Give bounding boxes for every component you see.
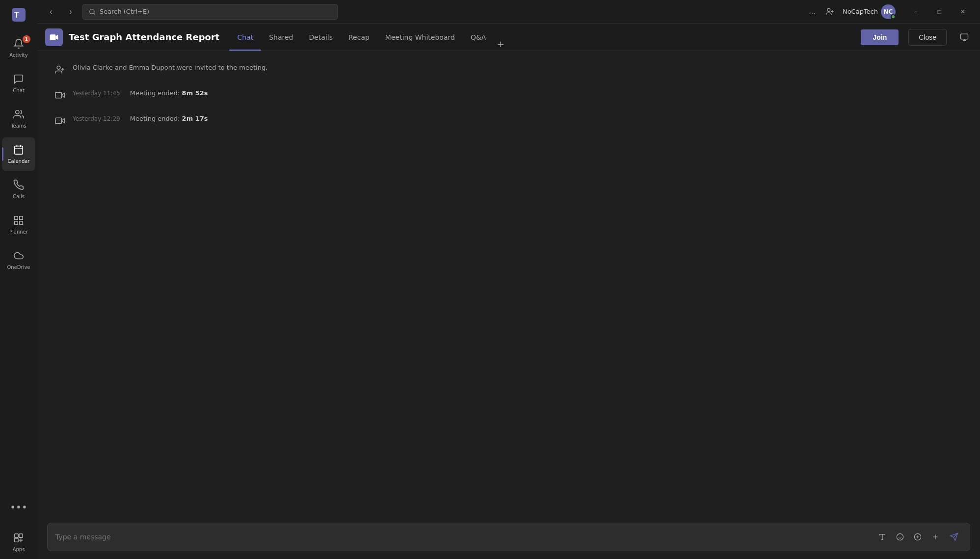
video-icon-1 bbox=[53, 88, 67, 102]
svg-point-23 bbox=[57, 66, 60, 70]
svg-rect-13 bbox=[15, 538, 18, 542]
svg-point-16 bbox=[827, 8, 830, 11]
username: NoCapTech bbox=[843, 8, 878, 15]
emoji-button[interactable] bbox=[893, 530, 907, 544]
svg-rect-27 bbox=[55, 92, 62, 98]
topbar-actions: ... NoCapTech NC − □ ✕ bbox=[804, 2, 974, 21]
sidebar-item-apps[interactable]: Apps bbox=[2, 526, 35, 559]
calls-icon bbox=[13, 180, 24, 192]
apps-icon bbox=[13, 532, 24, 545]
join-button[interactable]: Join bbox=[861, 29, 899, 45]
sidebar-item-activity-label: Activity bbox=[9, 53, 27, 58]
tab-recap[interactable]: Recap bbox=[341, 24, 377, 51]
sticker-button[interactable] bbox=[911, 530, 925, 544]
meeting-duration-2: 2m 17s bbox=[182, 115, 208, 122]
maximize-button[interactable]: □ bbox=[928, 4, 951, 20]
svg-rect-29 bbox=[55, 118, 62, 124]
user-area[interactable]: NoCapTech NC bbox=[840, 2, 899, 21]
tab-meeting-whiteboard[interactable]: Meeting Whiteboard bbox=[377, 24, 463, 51]
send-button[interactable] bbox=[946, 529, 962, 545]
svg-rect-20 bbox=[961, 34, 968, 39]
svg-marker-28 bbox=[61, 119, 64, 123]
format-button[interactable] bbox=[875, 530, 889, 544]
planner-icon bbox=[13, 215, 24, 227]
meeting-end-message-2: Yesterday 12:29 Meeting ended: 2m 17s bbox=[73, 114, 208, 124]
sidebar: T 1 Activity Chat bbox=[0, 0, 37, 559]
svg-rect-19 bbox=[50, 34, 56, 40]
list-item: Yesterday 12:29 Meeting ended: 2m 17s bbox=[47, 110, 970, 132]
svg-marker-26 bbox=[61, 93, 64, 97]
sidebar-item-activity[interactable]: 1 Activity bbox=[2, 31, 35, 65]
invite-icon bbox=[53, 63, 67, 77]
svg-point-2 bbox=[16, 110, 19, 114]
svg-point-14 bbox=[90, 9, 94, 13]
meeting-tabs: Chat Shared Details Recap Meeting Whiteb… bbox=[229, 24, 507, 51]
meeting-icon bbox=[45, 28, 63, 46]
sidebar-item-onedrive[interactable]: OneDrive bbox=[2, 243, 35, 277]
add-people-icon bbox=[825, 7, 834, 16]
list-item: Yesterday 11:45 Meeting ended: 8m 52s bbox=[47, 84, 970, 106]
sidebar-item-planner[interactable]: Planner bbox=[2, 208, 35, 241]
minimize-button[interactable]: − bbox=[904, 4, 927, 20]
calendar-icon bbox=[13, 144, 24, 157]
sidebar-item-apps-label: Apps bbox=[13, 547, 25, 552]
sticker-icon bbox=[914, 533, 922, 541]
svg-line-15 bbox=[94, 13, 95, 14]
tab-shared[interactable]: Shared bbox=[261, 24, 301, 51]
sidebar-item-teams[interactable]: Teams bbox=[2, 102, 35, 135]
attach-button[interactable] bbox=[928, 530, 942, 544]
svg-rect-10 bbox=[15, 221, 18, 224]
meeting-title: Test Graph Attendance Report bbox=[69, 32, 219, 42]
more-options-button[interactable]: ... bbox=[804, 4, 820, 20]
onedrive-icon bbox=[13, 250, 24, 263]
chat-icon bbox=[13, 74, 24, 86]
svg-point-30 bbox=[897, 533, 903, 540]
svg-rect-3 bbox=[15, 146, 23, 155]
sidebar-item-calendar[interactable]: Calendar bbox=[2, 137, 35, 171]
message-input[interactable] bbox=[55, 533, 872, 541]
attach-icon bbox=[931, 533, 939, 541]
sidebar-item-onedrive-label: OneDrive bbox=[7, 265, 30, 270]
sidebar-item-chat-label: Chat bbox=[13, 88, 24, 93]
tab-chat[interactable]: Chat bbox=[229, 24, 261, 51]
svg-rect-7 bbox=[15, 216, 18, 219]
avatar-status bbox=[891, 14, 896, 19]
svg-rect-8 bbox=[20, 216, 23, 219]
video-icon-2 bbox=[53, 114, 67, 128]
tab-qanda[interactable]: Q&A bbox=[463, 24, 494, 51]
close-meeting-button[interactable]: Close bbox=[908, 29, 947, 46]
teams-logo[interactable]: T bbox=[8, 4, 29, 26]
sidebar-item-planner-label: Planner bbox=[9, 229, 28, 235]
screen-share-button[interactable] bbox=[956, 29, 972, 45]
invite-message-text: Olivia Clarke and Emma Dupont were invit… bbox=[73, 63, 267, 73]
list-item: Olivia Clarke and Emma Dupont were invit… bbox=[47, 59, 970, 80]
meeting-time-2: Yesterday 12:29 bbox=[73, 115, 120, 122]
add-tab-button[interactable]: + bbox=[494, 37, 507, 51]
svg-text:T: T bbox=[14, 11, 19, 19]
meeting-header: Test Graph Attendance Report Chat Shared… bbox=[37, 24, 980, 51]
send-icon bbox=[950, 532, 958, 541]
forward-button[interactable]: › bbox=[63, 4, 79, 20]
search-bar[interactable]: Search (Ctrl+E) bbox=[82, 4, 338, 20]
sidebar-item-calls[interactable]: Calls bbox=[2, 173, 35, 206]
teams-icon bbox=[13, 109, 24, 121]
sidebar-item-teams-label: Teams bbox=[11, 123, 26, 129]
back-button[interactable]: ‹ bbox=[43, 4, 59, 20]
sidebar-item-calls-label: Calls bbox=[13, 194, 25, 199]
activity-badge: 1 bbox=[23, 35, 30, 43]
sidebar-item-calendar-label: Calendar bbox=[8, 159, 30, 164]
svg-rect-12 bbox=[19, 534, 23, 537]
svg-rect-9 bbox=[20, 221, 23, 224]
meeting-time-1: Yesterday 11:45 bbox=[73, 90, 120, 97]
message-input-area bbox=[37, 517, 980, 559]
window-controls: − □ ✕ bbox=[904, 4, 974, 20]
more-icon: ••• bbox=[10, 502, 27, 512]
main-content: ‹ › Search (Ctrl+E) ... NoCapTech bbox=[37, 0, 980, 559]
tab-details[interactable]: Details bbox=[301, 24, 341, 51]
sidebar-item-more[interactable]: ••• bbox=[2, 490, 35, 524]
format-icon bbox=[878, 533, 886, 541]
add-people-button[interactable] bbox=[822, 4, 838, 20]
sidebar-item-chat[interactable]: Chat bbox=[2, 67, 35, 100]
search-placeholder: Search (Ctrl+E) bbox=[100, 8, 149, 15]
close-window-button[interactable]: ✕ bbox=[952, 4, 974, 20]
